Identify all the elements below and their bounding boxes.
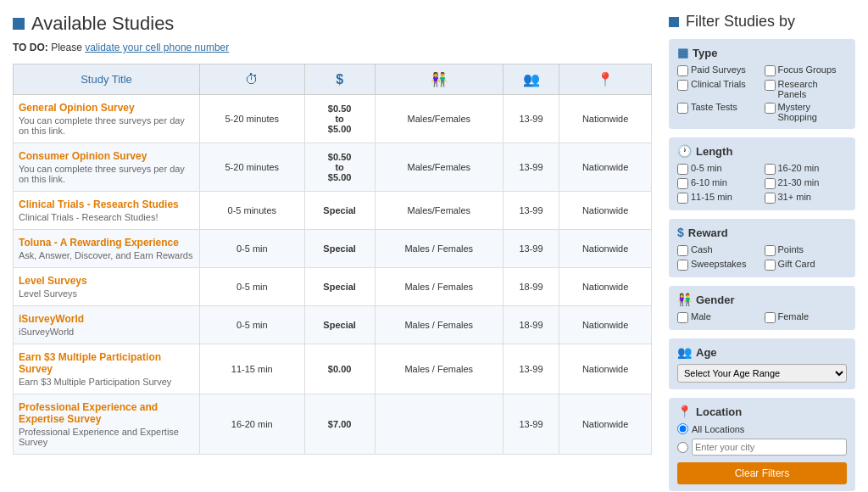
study-gender: Males / Females	[375, 268, 503, 306]
study-time: 5-20 minutes	[200, 143, 305, 192]
21-30min-checkbox[interactable]	[765, 178, 776, 189]
city-radio[interactable]	[677, 442, 688, 453]
study-link[interactable]: Level Surveys	[19, 275, 87, 287]
study-title-cell: Clinical Trials - Research StudiesClinic…	[14, 192, 200, 230]
mystery-shopping-checkbox[interactable]	[765, 103, 776, 114]
checkbox-0-5min[interactable]: 0-5 min	[677, 163, 760, 175]
radio-city[interactable]	[677, 439, 847, 456]
study-desc: You can complete three surveys per day o…	[19, 115, 194, 136]
study-reward: $7.00	[304, 394, 375, 455]
clear-filters-button[interactable]: Clear Filters	[677, 462, 847, 484]
study-desc: Level Surveys	[19, 288, 194, 299]
study-age: 18-99	[503, 268, 559, 306]
checkbox-paid-surveys[interactable]: Paid Surveys	[677, 64, 760, 76]
study-link[interactable]: General Opinion Survey	[19, 102, 135, 114]
checkbox-female[interactable]: Female	[765, 311, 848, 323]
0-5min-checkbox[interactable]	[677, 164, 688, 175]
col-header-gender: 👫	[375, 64, 503, 95]
city-input[interactable]	[692, 439, 847, 456]
study-link[interactable]: Toluna - A Rewarding Experience	[19, 237, 179, 249]
study-time: 0-5 min	[200, 306, 305, 344]
31plus-min-checkbox[interactable]	[765, 193, 776, 204]
table-row: Consumer Opinion SurveyYou can complete …	[14, 143, 652, 192]
sweepstakes-checkbox[interactable]	[677, 260, 688, 271]
study-reward: Special	[304, 306, 375, 344]
filter-gender-section: 👫 Gender Male Female	[669, 286, 855, 330]
checkbox-clinical-trials[interactable]: Clinical Trials	[677, 79, 760, 99]
study-desc: Professional Experience and Expertise Su…	[19, 427, 194, 447]
checkbox-21-30min[interactable]: 21-30 min	[765, 177, 848, 189]
focus-groups-checkbox[interactable]	[765, 65, 776, 76]
checkbox-sweepstakes[interactable]: Sweepstakes	[677, 259, 760, 271]
all-locations-radio[interactable]	[677, 423, 688, 434]
study-title-cell: Level SurveysLevel Surveys	[14, 268, 200, 306]
main-content: Available Studies TO DO: Please validate…	[13, 13, 652, 492]
cash-checkbox[interactable]	[677, 245, 688, 256]
checkbox-31plus-min[interactable]: 31+ min	[765, 192, 848, 204]
filter-type-title: ▦ Type	[677, 46, 847, 59]
male-checkbox[interactable]	[677, 312, 688, 323]
16-20min-checkbox[interactable]	[765, 164, 776, 175]
6-10min-checkbox[interactable]	[677, 178, 688, 189]
study-location: Nationwide	[559, 394, 652, 455]
study-title-cell: General Opinion SurveyYou can complete t…	[14, 95, 200, 143]
gift-card-checkbox[interactable]	[765, 260, 776, 271]
study-desc: Clinical Trials - Research Studies!	[19, 212, 194, 222]
study-title-cell: Consumer Opinion SurveyYou can complete …	[14, 143, 200, 192]
female-checkbox[interactable]	[765, 312, 776, 323]
checkbox-taste-tests[interactable]: Taste Tests	[677, 102, 760, 122]
checkbox-points[interactable]: Points	[765, 244, 848, 256]
checkbox-11-15min[interactable]: 11-15 min	[677, 192, 760, 204]
validate-phone-link[interactable]: validate your cell phone number	[85, 42, 229, 53]
study-link[interactable]: Clinical Trials - Research Studies	[19, 198, 179, 210]
study-age: 13-99	[503, 394, 559, 455]
filter-length-title: 🕐 Length	[677, 144, 847, 158]
study-link[interactable]: Consumer Opinion Survey	[19, 150, 147, 162]
checkbox-gift-card[interactable]: Gift Card	[765, 259, 848, 271]
checkbox-16-20min[interactable]: 16-20 min	[765, 163, 848, 175]
todo-label: TO DO:	[13, 42, 48, 53]
location-icon: 📍	[677, 405, 692, 418]
age-range-select[interactable]: Select Your Age Range 13-17 18-24 25-34 …	[677, 364, 847, 383]
checkbox-mystery-shopping[interactable]: Mystery Shopping	[765, 102, 848, 122]
todo-bar: TO DO: Please validate your cell phone n…	[13, 42, 652, 53]
filter-reward-title: $ Reward	[677, 226, 847, 239]
radio-all-locations[interactable]: All Locations	[677, 423, 847, 434]
filter-reward-section: $ Reward Cash Points Sweepstakes	[669, 219, 855, 277]
filter-age-title: 👥 Age	[677, 345, 847, 359]
filter-type-section: ▦ Type Paid Surveys Focus Groups Clinica…	[669, 39, 855, 129]
study-location: Nationwide	[559, 95, 652, 143]
checkbox-cash[interactable]: Cash	[677, 244, 760, 256]
table-row: Earn $3 Multiple Participation SurveyEar…	[14, 344, 652, 394]
age-icon: 👥	[677, 345, 692, 359]
checkbox-focus-groups[interactable]: Focus Groups	[765, 64, 848, 76]
study-link[interactable]: Professional Experience and Expertise Su…	[19, 401, 158, 425]
research-panels-checkbox[interactable]	[765, 80, 776, 91]
study-gender: Males/Females	[375, 192, 503, 230]
col-header-title: Study Title	[14, 64, 200, 95]
page-title: Available Studies	[13, 13, 652, 35]
11-15min-checkbox[interactable]	[677, 193, 688, 204]
study-link[interactable]: Earn $3 Multiple Participation Survey	[19, 351, 161, 375]
clinical-trials-checkbox[interactable]	[677, 80, 688, 91]
filter-age-section: 👥 Age Select Your Age Range 13-17 18-24 …	[669, 338, 855, 389]
study-location: Nationwide	[559, 143, 652, 192]
checkbox-6-10min[interactable]: 6-10 min	[677, 177, 760, 189]
paid-surveys-checkbox[interactable]	[677, 65, 688, 76]
study-time: 5-20 minutes	[200, 95, 305, 143]
study-gender	[375, 394, 503, 455]
col-header-age: 👥	[503, 64, 559, 95]
study-desc: iSurveyWorld	[19, 327, 194, 337]
filter-title: Filter Studies by	[669, 13, 855, 31]
points-checkbox[interactable]	[765, 245, 776, 256]
checkbox-research-panels[interactable]: Research Panels	[765, 79, 848, 99]
study-desc: You can complete three surveys per day o…	[19, 164, 194, 184]
length-checkboxes: 0-5 min 16-20 min 6-10 min 21-30 min 11-…	[677, 163, 847, 204]
study-time: 0-5 min	[200, 230, 305, 268]
checkbox-male[interactable]: Male	[677, 311, 760, 323]
taste-tests-checkbox[interactable]	[677, 103, 688, 114]
study-reward: Special	[304, 268, 375, 306]
study-link[interactable]: iSurveyWorld	[19, 313, 84, 325]
col-header-time: ⏱	[200, 64, 305, 95]
table-header-row: Study Title ⏱ $ 👫 👥 📍	[14, 64, 652, 95]
